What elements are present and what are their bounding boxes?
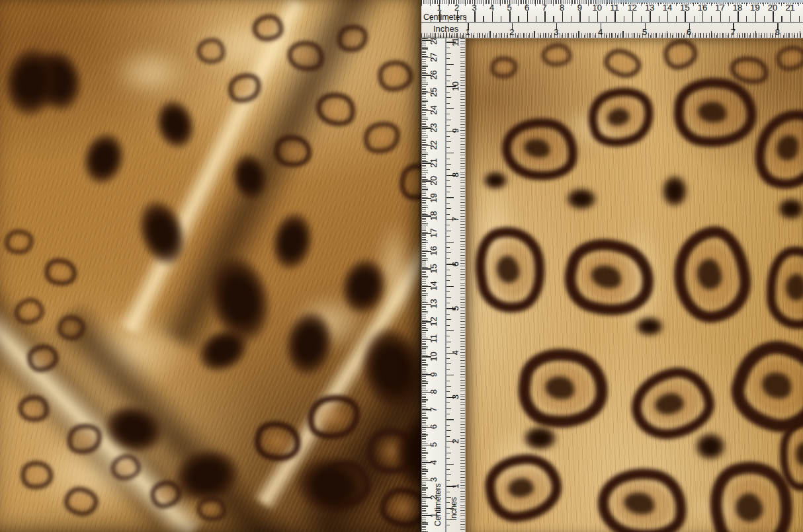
rosette xyxy=(378,484,421,530)
cm-number: 21 xyxy=(784,3,797,13)
rosette-core xyxy=(732,490,765,525)
cm-number: 6 xyxy=(429,420,438,434)
half-inch-tick xyxy=(446,375,454,375)
quarter-inch-tick xyxy=(446,53,451,54)
dark-spot xyxy=(76,126,132,191)
inch-number: 8 xyxy=(771,28,784,37)
inch-number: 6 xyxy=(683,28,696,37)
cm-tick xyxy=(755,11,757,22)
eighth-inch-tick xyxy=(446,525,450,525)
rosette xyxy=(497,112,583,187)
half-cm-tick xyxy=(641,16,642,22)
light-patch xyxy=(367,198,421,344)
eighth-inch-tick xyxy=(573,35,573,38)
rosette xyxy=(5,230,33,254)
rosette xyxy=(662,38,700,71)
cm-number: 10 xyxy=(591,3,604,13)
cm-tick xyxy=(544,11,546,22)
cm-tick xyxy=(667,11,669,22)
cm-number: 15 xyxy=(429,261,438,276)
cm-number: 1 xyxy=(433,3,446,13)
rosette-core xyxy=(589,262,624,291)
rosette xyxy=(601,45,644,82)
eighth-inch-tick xyxy=(446,469,450,470)
quarter-inch-tick xyxy=(634,33,634,38)
rosette-core xyxy=(507,476,535,500)
horizontal-ruler: Centimeters Inches 123456789101112131415… xyxy=(421,0,803,38)
quarter-inch-tick xyxy=(446,208,451,209)
rosette xyxy=(272,132,315,171)
dark-spot xyxy=(199,247,280,352)
background-gap-sliver xyxy=(581,0,803,3)
half-cm-tick xyxy=(422,418,428,419)
quarter-inch-tick xyxy=(744,33,745,38)
eighth-inch-tick xyxy=(446,325,450,326)
half-cm-tick xyxy=(571,16,571,22)
cm-number: 12 xyxy=(429,314,438,328)
half-cm-tick xyxy=(422,383,428,383)
fold-shadow xyxy=(46,299,296,532)
half-cm-tick xyxy=(729,16,730,22)
inch-number: 5 xyxy=(451,301,460,315)
cm-tick xyxy=(720,11,722,22)
cm-tick xyxy=(492,11,493,22)
cm-number: 7 xyxy=(538,3,551,13)
half-cm-tick xyxy=(694,16,695,22)
half-cm-tick xyxy=(422,48,428,49)
fold-shadow xyxy=(293,257,421,532)
cm-number: 4 xyxy=(429,455,438,469)
rosette xyxy=(335,22,370,54)
dark-spot xyxy=(661,174,689,208)
eighth-inch-tick xyxy=(617,35,618,38)
rosette-core xyxy=(653,391,685,417)
half-inch-tick xyxy=(711,31,712,38)
rosette xyxy=(196,495,228,523)
half-cm-tick xyxy=(764,16,765,22)
eighth-inch-tick xyxy=(446,502,450,503)
half-cm-tick xyxy=(422,66,428,67)
eighth-inch-tick xyxy=(446,347,450,348)
cm-number: 13 xyxy=(643,3,656,13)
quarter-inch-tick xyxy=(446,75,451,76)
cm-tick xyxy=(527,11,528,22)
dark-spot xyxy=(777,197,803,221)
quarter-inch-tick xyxy=(446,475,451,475)
rosette xyxy=(624,361,720,446)
half-cm-tick xyxy=(536,16,536,22)
quarter-inch-tick xyxy=(446,363,451,364)
cm-number: 9 xyxy=(429,367,438,381)
cm-number: 21 xyxy=(429,155,438,170)
eighth-inch-tick xyxy=(446,69,450,70)
quarter-inch-tick xyxy=(611,33,612,38)
rosette xyxy=(110,453,142,482)
quarter-inch-tick xyxy=(446,252,451,253)
cm-number: 20 xyxy=(766,3,779,13)
half-cm-tick xyxy=(676,16,677,22)
rosette-core xyxy=(786,274,803,301)
rosette xyxy=(363,424,421,479)
half-cm-tick xyxy=(422,348,428,348)
quarter-inch-tick xyxy=(589,33,590,38)
dark-spot xyxy=(353,321,421,417)
leopard-fabric-listing-photo: Centimeters Inches 123456789101112131415… xyxy=(0,0,803,532)
dark-spot xyxy=(522,425,558,451)
half-inch-tick xyxy=(446,242,454,243)
eighth-inch-tick xyxy=(446,381,450,381)
quarter-inch-tick xyxy=(722,33,723,38)
eighth-inch-tick xyxy=(446,125,450,126)
vertical-ruler: Centimeters Inches 123456789101112131415… xyxy=(421,38,466,532)
cm-tick xyxy=(509,11,511,22)
eighth-inch-tick xyxy=(540,35,540,38)
cm-number: 14 xyxy=(429,279,438,293)
half-cm-tick xyxy=(422,436,428,436)
fold-shadow xyxy=(151,0,388,356)
rosette xyxy=(491,57,517,78)
rosette-core xyxy=(494,254,521,285)
eighth-inch-tick xyxy=(749,35,750,38)
half-cm-tick xyxy=(589,16,589,22)
eighth-inch-tick xyxy=(446,414,450,414)
half-cm-tick xyxy=(422,313,428,313)
rosette xyxy=(469,221,552,318)
rosette xyxy=(312,87,360,132)
cm-number: 19 xyxy=(429,191,438,206)
